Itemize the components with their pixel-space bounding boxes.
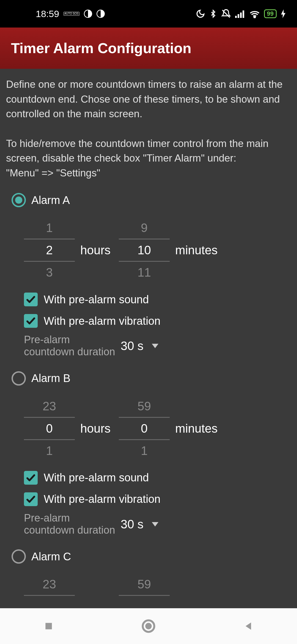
status-right: 99 xyxy=(196,9,286,19)
svg-point-9 xyxy=(145,623,152,629)
chevron-down-icon xyxy=(152,344,158,348)
checkbox-checked-icon[interactable] xyxy=(24,293,38,306)
pre-alarm-vibration-row[interactable]: With pre-alarm vibration xyxy=(6,310,291,332)
hours-unit: hours xyxy=(75,243,119,257)
alarm-c-radio-row[interactable]: Alarm C xyxy=(6,548,291,565)
pre-alarm-vibration-label: With pre-alarm vibration xyxy=(44,315,161,327)
alarm-a-block: Alarm A 1 2 3 hours 9 10 11 minutes xyxy=(6,191,291,361)
bluetooth-icon xyxy=(209,9,217,18)
status-sos-icon: AUTO SOS xyxy=(64,12,79,16)
hours-picker[interactable]: 23 0 1 xyxy=(24,395,75,462)
svg-rect-5 xyxy=(243,10,244,18)
alarm-a-label: Alarm A xyxy=(31,194,70,206)
alarm-b-block: Alarm B 23 0 1 hours 59 0 1 minutes xyxy=(6,370,291,539)
alarm-c-block: Alarm C 23 hours 59 xyxy=(6,548,291,601)
navigation-bar xyxy=(0,608,297,644)
moon-icon xyxy=(196,9,205,18)
back-button[interactable] xyxy=(243,621,254,632)
pre-alarm-sound-label: With pre-alarm sound xyxy=(44,293,149,306)
app-bar: Timer Alarm Configuration xyxy=(0,28,297,69)
status-left: 18:59 AUTO SOS xyxy=(36,9,105,19)
pre-alarm-duration-label: Pre-alarm countdown duration xyxy=(24,512,115,536)
svg-rect-3 xyxy=(238,14,239,18)
cellular-signal-icon xyxy=(235,10,245,18)
radio-icon[interactable] xyxy=(12,371,26,386)
content: Define one or more countdown timers to r… xyxy=(0,69,297,608)
app-indicator-icon xyxy=(84,10,92,18)
minutes-picker[interactable]: 59 0 1 xyxy=(119,395,170,462)
alarm-c-label: Alarm C xyxy=(31,550,71,563)
wifi-icon xyxy=(249,9,260,18)
checkbox-checked-icon[interactable] xyxy=(24,471,38,485)
alarm-b-pickers: 23 0 1 hours 59 0 1 minutes xyxy=(6,387,291,467)
charging-icon xyxy=(280,9,286,18)
pre-alarm-duration-row: Pre-alarm countdown duration 30 s xyxy=(6,510,291,539)
pre-alarm-sound-row[interactable]: With pre-alarm sound xyxy=(6,289,291,310)
alarm-a-pickers: 1 2 3 hours 9 10 11 minutes xyxy=(6,209,291,289)
pre-alarm-sound-label: With pre-alarm sound xyxy=(44,471,149,484)
pre-alarm-duration-row: Pre-alarm countdown duration 30 s xyxy=(6,332,291,361)
pre-alarm-vibration-label: With pre-alarm vibration xyxy=(44,493,161,505)
status-bar: 18:59 AUTO SOS 99 xyxy=(0,0,297,28)
svg-point-6 xyxy=(254,17,255,18)
minutes-picker[interactable]: 9 10 11 xyxy=(119,217,170,283)
pre-alarm-duration-dropdown[interactable]: 30 s xyxy=(121,339,158,353)
svg-rect-4 xyxy=(240,13,242,18)
alarm-a-radio-row[interactable]: Alarm A xyxy=(6,191,291,209)
radio-icon[interactable] xyxy=(12,193,26,207)
hours-picker[interactable]: 1 2 3 xyxy=(24,217,75,283)
minutes-unit: minutes xyxy=(170,422,226,435)
radio-icon[interactable] xyxy=(12,549,26,564)
checkbox-checked-icon[interactable] xyxy=(24,492,38,506)
checkbox-checked-icon[interactable] xyxy=(24,314,38,328)
pre-alarm-sound-row[interactable]: With pre-alarm sound xyxy=(6,467,291,489)
app-indicator-icon xyxy=(97,10,105,18)
recent-apps-button[interactable] xyxy=(43,621,54,632)
battery-icon: 99 xyxy=(264,9,277,18)
hours-unit: hours xyxy=(75,422,119,435)
pre-alarm-duration-dropdown[interactable]: 30 s xyxy=(121,517,158,531)
status-time: 18:59 xyxy=(36,9,59,19)
page-title: Timer Alarm Configuration xyxy=(11,40,191,56)
svg-rect-2 xyxy=(235,16,237,18)
svg-rect-7 xyxy=(46,623,52,629)
minutes-picker[interactable]: 59 xyxy=(119,574,170,596)
notification-muted-icon xyxy=(221,9,231,19)
minutes-unit: minutes xyxy=(170,243,226,257)
hours-picker[interactable]: 23 xyxy=(24,574,75,596)
pre-alarm-duration-label: Pre-alarm countdown duration xyxy=(24,334,115,358)
home-button[interactable] xyxy=(141,618,156,634)
alarm-b-radio-row[interactable]: Alarm B xyxy=(6,370,291,387)
pre-alarm-vibration-row[interactable]: With pre-alarm vibration xyxy=(6,489,291,510)
alarm-c-pickers: 23 hours 59 xyxy=(6,565,291,601)
description-text: Define one or more countdown timers to r… xyxy=(6,77,291,180)
alarm-b-label: Alarm B xyxy=(31,372,70,384)
chevron-down-icon xyxy=(152,522,158,526)
